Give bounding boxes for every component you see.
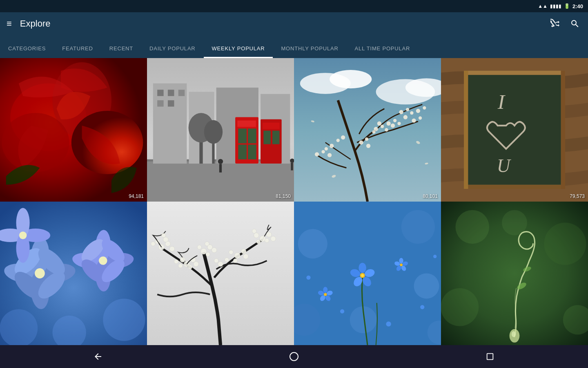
svg-point-130	[241, 249, 246, 254]
svg-point-132	[243, 254, 248, 259]
svg-point-124	[254, 233, 259, 238]
svg-point-137	[206, 252, 210, 256]
svg-point-56	[423, 106, 426, 110]
svg-point-30	[204, 120, 223, 144]
svg-point-133	[233, 258, 237, 263]
svg-point-114	[161, 233, 165, 237]
svg-rect-15	[157, 100, 163, 106]
svg-rect-22	[238, 145, 247, 159]
svg-point-156	[361, 274, 364, 277]
svg-point-177	[441, 288, 479, 326]
svg-point-142	[214, 258, 218, 263]
image-cell-london[interactable]: 81,150	[147, 58, 294, 202]
image-cell-cherry[interactable]: 80,101	[294, 58, 441, 202]
svg-point-119	[178, 264, 183, 268]
svg-point-139	[205, 242, 209, 246]
svg-point-52	[397, 122, 401, 125]
svg-point-50	[385, 128, 388, 131]
svg-rect-25	[263, 131, 271, 144]
recent-apps-button[interactable]	[478, 348, 502, 365]
svg-point-41	[381, 125, 384, 128]
svg-point-136	[197, 245, 201, 249]
svg-rect-74	[464, 185, 565, 189]
svg-rect-23	[248, 145, 256, 159]
svg-point-117	[180, 257, 185, 262]
svg-rect-26	[272, 131, 280, 144]
toolbar-actions	[549, 17, 581, 30]
image-cell-chalk[interactable]: I U 79,573	[441, 58, 588, 202]
hamburger-icon[interactable]: ≡	[7, 19, 12, 28]
svg-point-128	[252, 229, 256, 233]
image-cell-forget[interactable]	[294, 202, 441, 345]
search-icon	[570, 19, 580, 29]
svg-point-89	[35, 268, 45, 278]
svg-point-173	[433, 255, 437, 258]
image-views-chalk: 79,573	[570, 193, 585, 199]
svg-point-157	[323, 287, 327, 293]
svg-point-44	[399, 110, 403, 114]
back-button[interactable]	[86, 348, 110, 365]
svg-point-42	[386, 121, 390, 126]
tab-daily-popular[interactable]: DAILY POPULAR	[141, 45, 204, 57]
tab-featured[interactable]: FEATURED	[54, 45, 101, 57]
svg-point-49	[377, 121, 381, 126]
svg-point-61	[321, 150, 325, 153]
svg-point-120	[194, 262, 198, 267]
svg-point-43	[393, 119, 396, 122]
svg-point-144	[298, 229, 327, 258]
search-button[interactable]	[568, 17, 581, 30]
svg-point-129	[234, 253, 240, 258]
svg-point-121	[174, 259, 178, 263]
svg-point-108	[158, 244, 164, 250]
svg-point-138	[212, 248, 216, 253]
svg-point-53	[403, 115, 408, 119]
home-button[interactable]	[282, 348, 306, 365]
svg-point-98	[99, 256, 107, 265]
svg-point-140	[218, 262, 223, 267]
image-cell-blue-flowers[interactable]	[0, 202, 147, 345]
svg-point-31	[218, 159, 223, 164]
svg-point-57	[359, 140, 363, 144]
svg-point-134	[200, 249, 206, 254]
svg-rect-24	[263, 123, 279, 129]
svg-rect-76	[561, 71, 565, 189]
svg-point-46	[412, 119, 416, 123]
tab-monthly-popular[interactable]: MONTHLY POPULAR	[273, 45, 346, 57]
svg-rect-12	[157, 90, 163, 96]
svg-rect-14	[178, 90, 185, 96]
shuffle-icon	[550, 19, 560, 29]
tab-all-time-popular[interactable]: ALL TIME POPULAR	[347, 45, 419, 57]
battery-icon: 🔋	[564, 3, 570, 9]
svg-point-60	[315, 152, 319, 156]
svg-point-47	[419, 116, 422, 119]
top-bar: ≡ Explore	[0, 12, 588, 35]
image-views-cherry: 80,101	[423, 193, 438, 199]
svg-point-118	[188, 265, 192, 269]
svg-rect-77	[468, 75, 561, 184]
svg-point-59	[366, 144, 370, 148]
shuffle-button[interactable]	[549, 17, 562, 30]
svg-rect-107	[147, 202, 294, 345]
tab-bar: CATEGORIES FEATURED RECENT DAILY POPULAR…	[0, 35, 588, 58]
svg-point-48	[372, 130, 375, 134]
svg-rect-20	[238, 128, 247, 143]
tab-recent[interactable]: RECENT	[101, 45, 141, 57]
svg-text:I: I	[497, 90, 506, 113]
svg-point-55	[416, 109, 420, 113]
tab-weekly-popular[interactable]: WEEKLY POPULAR	[204, 45, 273, 57]
svg-rect-73	[464, 71, 565, 75]
svg-point-127	[271, 236, 276, 241]
image-cell-spiral[interactable]	[441, 202, 588, 345]
wifi-icon: ▲▲	[538, 3, 548, 9]
svg-point-65	[336, 139, 340, 142]
svg-point-150	[359, 263, 366, 273]
svg-point-162	[324, 293, 327, 296]
bottom-nav	[0, 345, 588, 368]
image-grid: 94,181	[0, 58, 588, 345]
tab-categories[interactable]: CATEGORIES	[0, 45, 54, 57]
svg-point-171	[420, 305, 424, 309]
svg-point-141	[225, 258, 229, 262]
image-cell-bw-trees[interactable]	[147, 202, 294, 345]
svg-point-104	[103, 298, 145, 341]
image-cell-roses[interactable]: 94,181	[0, 58, 147, 202]
